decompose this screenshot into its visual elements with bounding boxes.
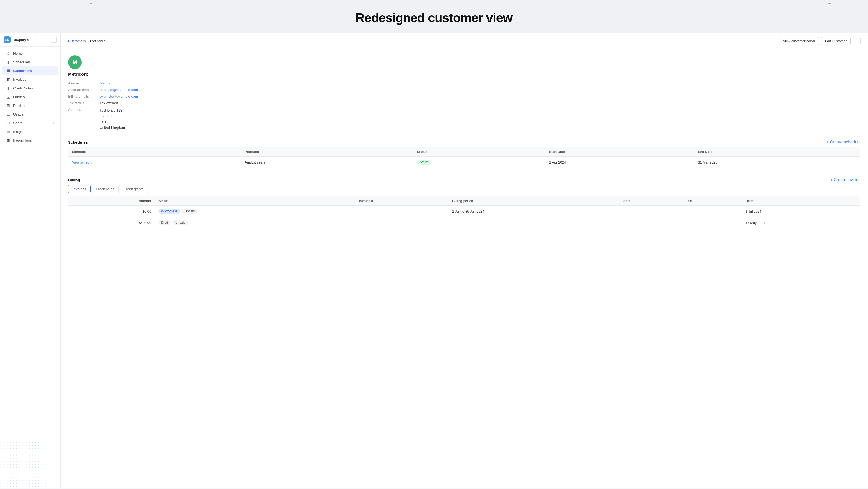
sidebar: SS Simplify S... ▾ + ⌂ Home ◫ Schedules …: [0, 33, 61, 488]
sidebar-item-insights[interactable]: ⊞ Insights: [2, 127, 58, 136]
invoice-sent: -: [620, 217, 683, 228]
brand-name: Simplify S...: [13, 38, 32, 42]
invoice-due: -: [683, 217, 742, 228]
schedule-end-date: 31 Mar 2025: [694, 157, 860, 168]
invoice-num: -: [355, 217, 448, 228]
sidebar-item-customers[interactable]: ⊞ Customers: [2, 66, 58, 75]
invoice-sent: -: [620, 206, 683, 217]
schedule-start-date: 1 Apr 2024: [546, 157, 694, 168]
billing-table: Amount Status Invoice # Billing period S…: [68, 196, 861, 228]
sidebar-item-schedules[interactable]: ◫ Schedules: [2, 58, 58, 66]
create-invoice-button[interactable]: + Create invoice: [830, 178, 861, 182]
invoice-status: In Progress Unpaid: [155, 206, 355, 217]
billing-tabs: Invoices Credit notes Credit grants: [68, 185, 861, 193]
nav-label-invoices: Invoices: [13, 78, 54, 82]
col-end-date: End Date: [694, 147, 860, 157]
account-email-label: Account email: [68, 88, 100, 92]
schedules-title: Schedules: [68, 140, 88, 145]
invoice-status: Draft Unpaid: [155, 217, 355, 228]
customer-name: Metricorp: [68, 72, 861, 77]
nav-icon-insights: ⊞: [6, 129, 10, 134]
col-sent: Sent: [620, 196, 683, 206]
invoice-num: -: [355, 206, 448, 217]
sidebar-add-button[interactable]: +: [51, 37, 57, 43]
table-row: €500.00 Draft Unpaid - - - - 17 May 2024: [68, 217, 861, 228]
nav-label-insights: Insights: [13, 130, 54, 134]
brand-chevron-icon: ▾: [34, 38, 36, 41]
sidebar-item-products[interactable]: ⊞ Products: [2, 101, 58, 110]
brand[interactable]: SS Simplify S... ▾: [4, 36, 36, 43]
schedules-table: Schedule Products Status Start Date End …: [68, 147, 861, 168]
billing-emails-label: Billing emails: [68, 94, 100, 98]
invoice-amount[interactable]: €500.00: [68, 217, 155, 228]
col-billing-status: Status: [155, 196, 355, 206]
sidebar-item-home[interactable]: ⌂ Home: [2, 49, 58, 58]
breadcrumb-separator: ›: [88, 39, 89, 43]
schedule-products: Analyst seats: [241, 157, 413, 168]
sidebar-item-integrations[interactable]: ⊞ Integrations: [2, 136, 58, 145]
nav-icon-invoices: ◧: [6, 77, 10, 82]
billing-section: Billing + Create invoice Invoices Credit…: [61, 173, 868, 234]
create-schedule-button[interactable]: + Create schedule: [826, 140, 861, 145]
schedules-header: Schedules + Create schedule: [68, 135, 861, 147]
tab-credit-notes[interactable]: Credit notes: [91, 185, 119, 193]
nav-icon-home: ⌂: [6, 51, 10, 55]
sidebar-item-invoices[interactable]: ◧ Invoices: [2, 75, 58, 84]
nav-label-credit-notes: Credit Notes: [13, 86, 54, 90]
breadcrumb-parent[interactable]: Customers: [68, 39, 86, 43]
avatar: M: [68, 55, 82, 69]
nav-icon-seats: ◻: [6, 121, 10, 125]
schedule-status: Active: [413, 157, 546, 168]
tab-credit-grants[interactable]: Credit grants: [119, 185, 148, 193]
address-label: Address: [68, 108, 100, 130]
col-amount: Amount: [68, 196, 155, 206]
nav-label-customers: Customers: [13, 69, 54, 73]
nav-label-quotes: Quotes: [13, 95, 54, 99]
more-options-button[interactable]: ···: [853, 37, 861, 45]
nav-icon-usage: ▦: [6, 112, 10, 116]
invoice-date: 1 Jul 2024: [742, 206, 860, 217]
customer-profile: M Metricorp Aliases Metricorp Account em…: [61, 49, 868, 135]
table-row: View sched... Analyst seats Active 1 Apr…: [68, 157, 861, 168]
nav-label-usage: Usage: [13, 112, 51, 116]
tab-invoices[interactable]: Invoices: [68, 185, 91, 193]
page-header: Customers › Metricorp View customer port…: [61, 33, 868, 49]
col-schedule: Schedule: [68, 147, 241, 157]
account-email-value[interactable]: example@example.com: [100, 88, 861, 92]
col-invoice-num: Invoice #: [355, 196, 448, 206]
sidebar-item-usage[interactable]: ▦ Usage ›: [2, 110, 58, 118]
sidebar-item-credit-notes[interactable]: ◫ Credit Notes: [2, 84, 58, 92]
view-portal-button[interactable]: View customer portal: [779, 37, 819, 45]
hero-title: Redesigned customer view: [0, 10, 868, 25]
breadcrumb: Customers › Metricorp: [68, 39, 105, 43]
col-due: Due: [683, 196, 742, 206]
billing-period: -: [448, 217, 620, 228]
invoice-date: 17 May 2024: [742, 217, 860, 228]
nav-chevron-icon: ›: [53, 113, 54, 116]
table-row: $0.00 In Progress Unpaid - 1 Jun to 30 J…: [68, 206, 861, 217]
brand-logo: SS: [4, 36, 10, 43]
nav-icon-schedules: ◫: [6, 60, 10, 64]
billing-header: Billing + Create invoice: [68, 173, 861, 185]
billing-email-value[interactable]: example@example.com: [100, 94, 861, 98]
sidebar-item-seats[interactable]: ◻ Seats ›: [2, 119, 58, 127]
header-actions: View customer portal Edit Customer ···: [779, 37, 861, 45]
invoice-amount[interactable]: $0.00: [68, 206, 155, 217]
col-start-date: Start Date: [546, 147, 694, 157]
schedules-section: Schedules + Create schedule Schedule Pro…: [61, 135, 868, 173]
invoice-due: -: [683, 206, 742, 217]
nav-icon-integrations: ⊞: [6, 138, 10, 143]
nav-label-seats: Seats: [13, 121, 51, 125]
col-products: Products: [241, 147, 413, 157]
nav-icon-customers: ⊞: [6, 68, 10, 73]
nav-icon-quotes: ◱: [6, 95, 10, 99]
main-content: Customers › Metricorp View customer port…: [61, 33, 868, 488]
sidebar-item-quotes[interactable]: ◱ Quotes: [2, 93, 58, 101]
nav-label-schedules: Schedules: [13, 60, 54, 64]
nav-icon-products: ⊞: [6, 103, 10, 108]
nav-chevron-icon: ›: [53, 122, 54, 124]
aliases-value[interactable]: Metricorp: [100, 81, 861, 85]
edit-customer-button[interactable]: Edit Customer: [821, 37, 850, 45]
schedule-link[interactable]: View sched...: [68, 157, 241, 168]
col-billing-period: Billing period: [448, 196, 620, 206]
